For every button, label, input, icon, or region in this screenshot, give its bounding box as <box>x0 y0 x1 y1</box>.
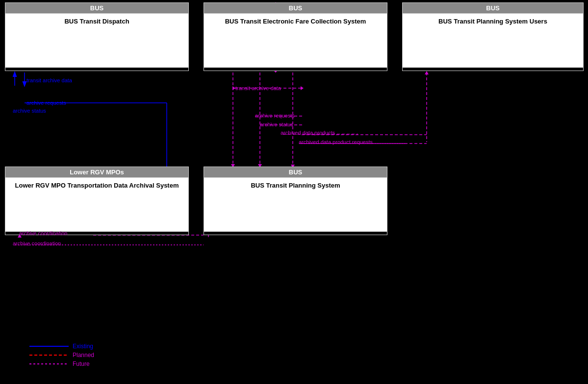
label-archived-data-product-requests: archived data product requests <box>299 139 373 145</box>
legend-existing-line <box>29 346 69 347</box>
label-archive-requests-1: archive requests <box>26 100 66 106</box>
box-bus-transit-planning-content: BUS Transit Planning System <box>204 178 387 232</box>
box-lower-rgv-title: Lower RGV MPO Transportation Data Archiv… <box>5 178 188 193</box>
box-lower-rgv-header: Lower RGV MPOs <box>5 167 188 178</box>
box-planning-users-header: BUS <box>403 3 583 14</box>
box-planning-users-content: BUS Transit Planning System Users <box>403 14 583 68</box>
legend-future: Future <box>29 360 94 367</box>
box-dispatch-content: BUS Transit Dispatch <box>5 14 188 68</box>
label-transit-archive-data-1: transit archive data <box>26 77 72 83</box>
legend-future-label: Future <box>73 360 90 367</box>
box-planning-users: BUS BUS Transit Planning System Users <box>402 2 584 71</box>
box-fare-title: BUS Transit Electronic Fare Collection S… <box>204 14 387 29</box>
legend-planned-line <box>29 355 69 356</box>
label-transit-archive-data-2: transit archive data <box>235 85 281 91</box>
box-dispatch-header: BUS <box>5 3 188 14</box>
svg-marker-15 <box>301 86 304 90</box>
legend: Existing Planned Future <box>29 343 94 369</box>
diagram-area: BUS BUS Transit Dispatch BUS BUS Transit… <box>0 0 588 384</box>
box-fare-header: BUS <box>204 3 387 14</box>
box-bus-transit-planning: BUS BUS Transit Planning System <box>204 167 387 235</box>
legend-future-line <box>29 363 69 364</box>
box-dispatch-title: BUS Transit Dispatch <box>5 14 188 29</box>
svg-marker-12 <box>425 71 429 74</box>
box-fare-content: BUS Transit Electronic Fare Collection S… <box>204 14 387 68</box>
legend-planned-label: Planned <box>73 352 94 359</box>
legend-existing: Existing <box>29 343 94 350</box>
box-bus-transit-planning-header: BUS <box>204 167 387 178</box>
box-planning-users-title: BUS Transit Planning System Users <box>403 14 583 29</box>
box-dispatch: BUS BUS Transit Dispatch <box>5 2 189 71</box>
label-archive-status-2: archive status <box>260 121 293 127</box>
label-archive-requests-2: archive requests <box>255 113 295 119</box>
box-fare: BUS BUS Transit Electronic Fare Collecti… <box>204 2 387 71</box>
box-lower-rgv-content: Lower RGV MPO Transportation Data Archiv… <box>5 178 188 232</box>
legend-existing-label: Existing <box>73 343 93 350</box>
label-archive-coordination-1: archive coordination <box>19 230 67 236</box>
legend-planned: Planned <box>29 352 94 359</box>
label-archive-status-1: archive status <box>13 108 46 114</box>
box-bus-transit-planning-title: BUS Transit Planning System <box>204 178 387 193</box>
label-archive-coordination-2: archive coordination <box>13 240 61 246</box>
box-lower-rgv: Lower RGV MPOs Lower RGV MPO Transportat… <box>5 167 189 235</box>
label-archived-data-products: archived data products <box>281 130 335 136</box>
